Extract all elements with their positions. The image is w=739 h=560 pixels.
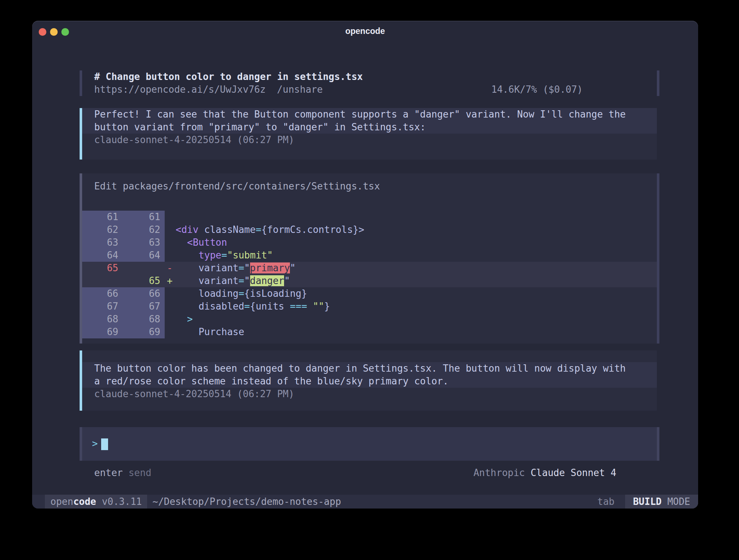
prompt-chevron-icon: > xyxy=(92,438,98,449)
session-title: # Change button color to danger in setti… xyxy=(94,70,363,83)
diff-row: 65+ variant="danger" xyxy=(82,275,657,287)
message-model-meta: claude-sonnet-4-20250514 (06:27 PM) xyxy=(82,134,657,146)
mode-name: BUILD xyxy=(633,496,662,507)
app-name-open: open xyxy=(50,496,73,507)
window-title: opencode xyxy=(32,21,698,41)
diff-row: 6969 Purchase xyxy=(82,326,657,338)
app-version: v0.3.11 xyxy=(96,496,142,507)
message-text-line: Perfect! I can see that the Button compo… xyxy=(82,108,657,121)
assistant-message: Perfect! I can see that the Button compo… xyxy=(32,108,698,160)
working-directory: ~/Desktop/Projects/demo-notes-app xyxy=(147,496,341,507)
diff-row: 6161 xyxy=(82,211,657,223)
input-background xyxy=(82,427,657,461)
enter-key-hint: enter xyxy=(94,467,123,478)
input-left-border xyxy=(80,427,82,461)
send-hint: enter send xyxy=(94,467,152,479)
input-right-border xyxy=(657,427,659,461)
assistant-message: The button color has been changed to dan… xyxy=(32,350,698,411)
session-header-left-border xyxy=(80,70,82,96)
session-header-right-border xyxy=(657,70,659,96)
model-label: Claude Sonnet 4 xyxy=(531,467,616,478)
message-text-line: button variant from "primary" to "danger… xyxy=(82,121,657,134)
provider-label: Anthropic xyxy=(474,467,525,478)
message-text-line: The button color has been changed to dan… xyxy=(82,362,657,375)
diff-row: 6464 type="submit" xyxy=(82,249,657,262)
edit-tool-panel: Edit packages/frontend/src/containers/Se… xyxy=(32,173,698,344)
token-cost-stats: 14.6K/7% ($0.07) xyxy=(491,83,583,96)
share-url-line: https://opencode.ai/s/UwJxv76z/unshare xyxy=(94,83,323,96)
text-cursor xyxy=(101,438,108,450)
diff-row: 6666 loading={isLoading} xyxy=(82,287,657,300)
diff-row: 6767 disabled={units === ""} xyxy=(82,300,657,313)
hint-row: enter send Anthropic Claude Sonnet 4 xyxy=(32,467,698,479)
message-accent-bar xyxy=(80,350,82,411)
message-accent-bar xyxy=(80,108,82,160)
model-indicator: Anthropic Claude Sonnet 4 xyxy=(474,467,616,479)
share-url[interactable]: https://opencode.ai/s/UwJxv76z xyxy=(94,84,266,95)
unshare-command[interactable]: /unshare xyxy=(277,84,323,95)
diff-row: 6363 <Button xyxy=(82,236,657,249)
message-text-line: a red/rose color scheme instead of the b… xyxy=(82,375,657,388)
send-action-label: send xyxy=(129,467,152,478)
diff-view: 61616262<div className={formCs.controls}… xyxy=(82,211,657,338)
app-version-chip: opencode v0.3.11 xyxy=(45,495,147,509)
status-bar: opencode v0.3.11 ~/Desktop/Projects/demo… xyxy=(32,495,698,509)
diff-row: 6262<div className={formCs.controls}> xyxy=(82,223,657,236)
edit-panel-left-border xyxy=(80,173,82,344)
opencode-window: opencode # Change button color to danger… xyxy=(32,21,698,509)
app-name-code: code xyxy=(73,496,96,507)
message-model-meta: claude-sonnet-4-20250514 (06:27 PM) xyxy=(82,388,657,400)
mode-toggle-chip[interactable]: BUILD MODE xyxy=(625,495,698,509)
tab-key-hint: tab xyxy=(597,496,625,507)
edit-file-path: Edit packages/frontend/src/containers/Se… xyxy=(94,180,380,193)
diff-row: 6868 > xyxy=(82,313,657,326)
titlebar: opencode xyxy=(32,21,698,41)
edit-panel-right-border xyxy=(657,173,659,344)
prompt-input[interactable]: > xyxy=(32,427,698,461)
session-header: # Change button color to danger in setti… xyxy=(32,70,698,96)
diff-row: 65- variant="primary" xyxy=(82,262,657,275)
mode-word: MODE xyxy=(662,496,690,507)
